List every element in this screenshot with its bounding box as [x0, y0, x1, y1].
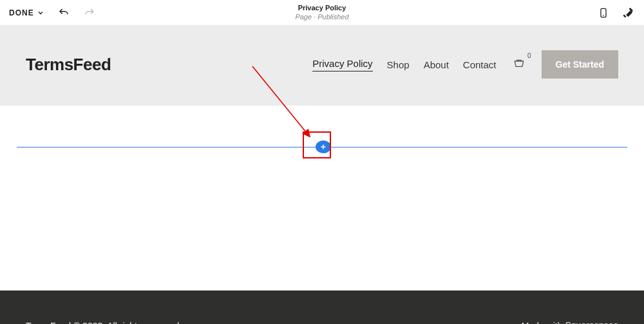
nav-link-about[interactable]: About: [424, 59, 449, 70]
nav-link-shop[interactable]: Shop: [387, 59, 410, 70]
done-label: DONE: [9, 8, 34, 17]
nav-link-privacy[interactable]: Privacy Policy: [312, 58, 372, 71]
footer-made-with: Made with: [522, 321, 563, 325]
styles-button[interactable]: [621, 6, 635, 20]
site-header: TermsFeed Privacy Policy Shop About Cont…: [0, 26, 644, 106]
page-title: Privacy Policy: [298, 4, 346, 12]
page-body: [0, 106, 644, 191]
page-canvas-inner: TermsFeed Privacy Policy Shop About Cont…: [0, 26, 644, 324]
done-button[interactable]: DONE: [9, 8, 44, 17]
redo-button[interactable]: [83, 6, 96, 19]
cart-icon: [511, 58, 527, 71]
page-status: Page · Published: [295, 13, 348, 21]
paintbrush-icon: [621, 6, 634, 19]
undo-button[interactable]: [57, 6, 70, 19]
site-logo[interactable]: TermsFeed: [26, 55, 111, 75]
editor-bar-right: [596, 6, 635, 20]
add-section-button[interactable]: [316, 140, 331, 153]
cart-button[interactable]: 0: [511, 57, 527, 71]
get-started-button[interactable]: Get Started: [542, 50, 618, 79]
device-preview-button[interactable]: [596, 6, 611, 20]
chevron-down-icon: [37, 9, 44, 17]
editor-top-bar: DONE Privacy Policy Page · Published: [0, 0, 644, 26]
editor-bar-center: Privacy Policy Page · Published: [0, 0, 644, 25]
undo-icon: [58, 7, 70, 19]
footer-platform-link[interactable]: Squarespace: [565, 320, 618, 324]
page-canvas[interactable]: TermsFeed Privacy Policy Shop About Cont…: [0, 26, 644, 324]
footer-credit: Made with Squarespace: [522, 320, 618, 324]
nav-link-contact[interactable]: Contact: [463, 59, 497, 70]
editor-bar-left: DONE: [9, 6, 96, 19]
cart-count: 0: [527, 52, 531, 59]
plus-icon: [319, 143, 327, 151]
redo-icon: [84, 7, 95, 19]
footer-copyright: TermsFeed © 2022. All rights reserved.: [26, 321, 182, 325]
site-nav: Privacy Policy Shop About Contact 0 Get …: [312, 50, 618, 79]
site-footer: TermsFeed © 2022. All rights reserved. M…: [0, 291, 644, 324]
phone-icon: [598, 6, 609, 19]
